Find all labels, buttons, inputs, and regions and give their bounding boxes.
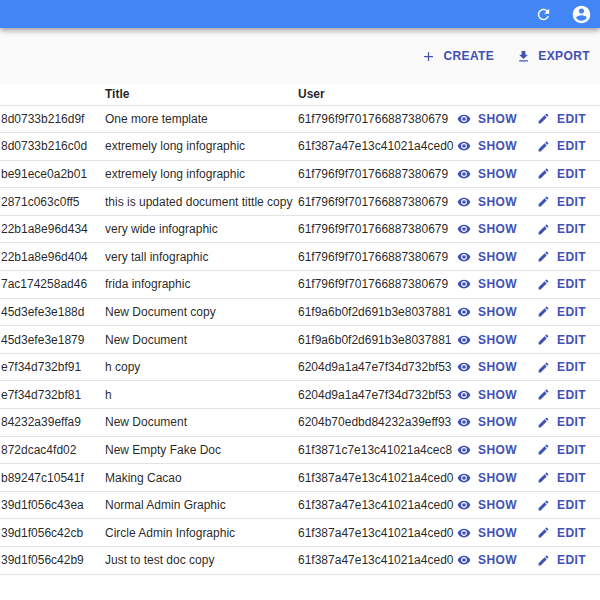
edit-button[interactable]: EDIT <box>535 303 588 321</box>
edit-button[interactable]: EDIT <box>535 275 588 293</box>
edit-button[interactable]: EDIT <box>535 551 588 569</box>
column-header-user[interactable]: User <box>298 84 455 105</box>
show-button-label: SHOW <box>478 471 517 485</box>
user-menu-button[interactable] <box>570 3 592 25</box>
cell-title: Making Cacao <box>105 464 298 492</box>
edit-button[interactable]: EDIT <box>535 220 588 238</box>
show-button-label: SHOW <box>478 388 517 402</box>
pencil-icon <box>537 443 550 456</box>
show-button-label: SHOW <box>478 415 517 429</box>
show-button[interactable]: SHOW <box>455 165 519 183</box>
edit-button[interactable]: EDIT <box>535 248 588 266</box>
cell-user: 61f9a6b0f2d691b3e8037881 <box>298 326 455 354</box>
edit-button[interactable]: EDIT <box>535 441 588 459</box>
show-button[interactable]: SHOW <box>455 303 519 321</box>
show-button[interactable]: SHOW <box>455 469 519 487</box>
show-button[interactable]: SHOW <box>455 358 519 376</box>
edit-button-label: EDIT <box>557 250 586 264</box>
edit-button-label: EDIT <box>557 277 586 291</box>
table-row: 8d0733b216d9f One more template 61f796f9… <box>0 105 600 133</box>
pencil-icon <box>537 167 550 180</box>
edit-button[interactable]: EDIT <box>535 110 588 128</box>
edit-button[interactable]: EDIT <box>535 413 588 431</box>
cell-user: 61f796f9f701766887380679 <box>298 188 455 216</box>
edit-button-label: EDIT <box>557 167 586 181</box>
eye-icon <box>457 222 471 236</box>
eye-icon <box>457 526 471 540</box>
cell-id: 84232a39effa9 <box>0 409 105 437</box>
edit-button[interactable]: EDIT <box>535 358 588 376</box>
pencil-icon <box>537 554 550 567</box>
show-button-label: SHOW <box>478 139 517 153</box>
refresh-icon <box>535 6 552 23</box>
show-button[interactable]: SHOW <box>455 110 519 128</box>
cell-user: 61f387a47e13c41021a4ced0 <box>298 547 455 575</box>
edit-button-label: EDIT <box>557 333 586 347</box>
cell-user: 61f796f9f701766887380679 <box>298 160 455 188</box>
plus-icon <box>421 49 436 64</box>
edit-button-label: EDIT <box>557 222 586 236</box>
cell-user: 61f387a47e13c41021a4ced0 <box>298 519 455 547</box>
show-button[interactable]: SHOW <box>455 551 519 569</box>
show-button[interactable]: SHOW <box>455 413 519 431</box>
edit-button[interactable]: EDIT <box>535 137 588 155</box>
edit-button[interactable]: EDIT <box>535 165 588 183</box>
show-button[interactable]: SHOW <box>455 193 519 211</box>
create-button[interactable]: CREATE <box>415 45 500 68</box>
cell-id: 8d0733b216c0d <box>0 133 105 161</box>
cell-user: 61f796f9f701766887380679 <box>298 271 455 299</box>
eye-icon <box>457 333 471 347</box>
table-row: e7f34d732bf81 h 6204d9a1a47e7f34d732bf53… <box>0 381 600 409</box>
edit-button-label: EDIT <box>557 526 586 540</box>
cell-user: 61f9a6b0f2d691b3e8037881 <box>298 298 455 326</box>
pencil-icon <box>537 305 550 318</box>
cell-title: very tall infographic <box>105 243 298 271</box>
app-bar <box>0 0 600 28</box>
edit-button[interactable]: EDIT <box>535 386 588 404</box>
show-button[interactable]: SHOW <box>455 331 519 349</box>
edit-button[interactable]: EDIT <box>535 193 588 211</box>
edit-button[interactable]: EDIT <box>535 524 588 542</box>
table-row: 39d1f056c42cb Circle Admin Infographic 6… <box>0 519 600 547</box>
export-button[interactable]: EXPORT <box>510 45 596 68</box>
cell-user: 6204b70edbd84232a39eff93 <box>298 409 455 437</box>
refresh-button[interactable] <box>532 3 554 25</box>
show-button[interactable]: SHOW <box>455 137 519 155</box>
eye-icon <box>457 277 471 291</box>
edit-button-label: EDIT <box>557 553 586 567</box>
cell-title: h <box>105 381 298 409</box>
download-icon <box>516 49 531 64</box>
edit-button[interactable]: EDIT <box>535 496 588 514</box>
cell-title: New Document <box>105 409 298 437</box>
cell-title: extremely long infographic <box>105 160 298 188</box>
column-header-id[interactable] <box>0 84 105 105</box>
cell-title: Just to test doc copy <box>105 547 298 575</box>
pencil-icon <box>537 499 550 512</box>
cell-id: e7f34d732bf91 <box>0 353 105 381</box>
pencil-icon <box>537 278 550 291</box>
table-row: 45d3efe3e1879 New Document 61f9a6b0f2d69… <box>0 326 600 354</box>
edit-button[interactable]: EDIT <box>535 331 588 349</box>
show-button[interactable]: SHOW <box>455 248 519 266</box>
show-button[interactable]: SHOW <box>455 496 519 514</box>
show-button-label: SHOW <box>478 195 517 209</box>
pencil-icon <box>537 250 550 263</box>
cell-id: 39d1f056c42cb <box>0 519 105 547</box>
column-header-title[interactable]: Title <box>105 84 298 105</box>
show-button[interactable]: SHOW <box>455 220 519 238</box>
edit-button-label: EDIT <box>557 195 586 209</box>
show-button[interactable]: SHOW <box>455 524 519 542</box>
table-row: 22b1a8e96d404 very tall infographic 61f7… <box>0 243 600 271</box>
create-button-label: CREATE <box>443 49 494 63</box>
eye-icon <box>457 553 471 567</box>
show-button[interactable]: SHOW <box>455 275 519 293</box>
cell-title: very wide infographic <box>105 215 298 243</box>
pencil-icon <box>537 223 550 236</box>
account-circle-icon <box>571 4 592 25</box>
edit-button-label: EDIT <box>557 305 586 319</box>
cell-id: 7ac174258ad46 <box>0 271 105 299</box>
edit-button[interactable]: EDIT <box>535 469 588 487</box>
show-button[interactable]: SHOW <box>455 386 519 404</box>
show-button[interactable]: SHOW <box>455 441 519 459</box>
cell-user: 6204d9a1a47e7f34d732bf53 <box>298 381 455 409</box>
